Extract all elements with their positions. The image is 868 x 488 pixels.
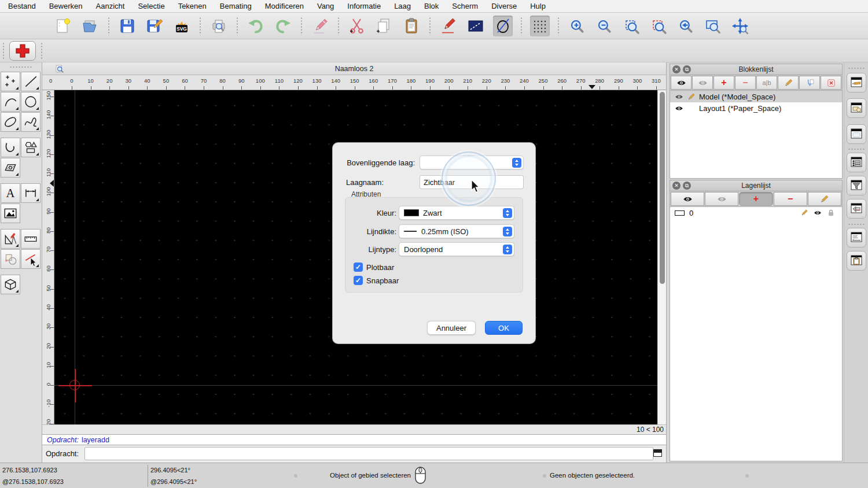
toggle-command-history-button[interactable] <box>653 449 662 457</box>
zoom-selection-button[interactable] <box>649 16 668 36</box>
close-panel-icon[interactable]: ✕ <box>672 182 681 190</box>
cancel-button[interactable]: Annuleer <box>427 321 476 335</box>
tool-polyline-button[interactable] <box>1 138 20 157</box>
menu-item-diverse[interactable]: Diverse <box>491 2 517 10</box>
tool-ellipse-button[interactable] <box>1 112 20 132</box>
plottable-checkbox[interactable]: ✓ <box>354 263 363 272</box>
block-list-item[interactable]: Model (*Model_Space) <box>670 91 842 102</box>
lock-icon[interactable] <box>827 209 835 217</box>
snappable-checkbox[interactable]: ✓ <box>354 276 363 285</box>
paste-button[interactable] <box>402 16 421 36</box>
palette-handle[interactable] <box>9 66 32 68</box>
list-view-panel-button[interactable] <box>847 153 866 172</box>
add-block-button[interactable]: + <box>713 76 734 90</box>
clipboard-panel-button[interactable] <box>847 251 866 271</box>
menu-item-bemating[interactable]: Bemating <box>220 2 252 10</box>
visibility-eye-icon[interactable] <box>675 104 683 113</box>
tool-text-button[interactable]: A <box>1 183 20 203</box>
visibility-eye-icon[interactable] <box>814 209 822 217</box>
command-input[interactable] <box>84 447 653 460</box>
menu-item-laag[interactable]: Laag <box>394 2 411 10</box>
new-file-button[interactable] <box>53 16 73 36</box>
zoom-in-button[interactable] <box>567 16 587 36</box>
menu-item-bestand[interactable]: Bestand <box>8 2 36 10</box>
edit-block-button[interactable] <box>778 76 799 90</box>
undo-button[interactable] <box>246 16 266 36</box>
zoom-out-button[interactable] <box>594 16 614 36</box>
show-layer-button[interactable] <box>671 192 704 206</box>
layer-list-item[interactable]: 0 <box>670 207 842 219</box>
save-button[interactable] <box>117 16 137 36</box>
block-list-item[interactable]: Layout1 (*Paper_Space) <box>670 102 842 114</box>
color-select[interactable]: Zwart <box>399 206 514 220</box>
lineweight-select[interactable]: 0.25mm (ISO) <box>399 224 514 238</box>
block-list-panel-button[interactable] <box>847 98 866 118</box>
show-block-button[interactable] <box>671 76 692 90</box>
copy-button[interactable] <box>374 16 394 36</box>
tool-line-button[interactable] <box>21 72 41 91</box>
tool-drafting-tools-button[interactable] <box>1 229 20 249</box>
undock-panel-icon[interactable]: ⧉ <box>683 182 691 190</box>
menu-item-vang[interactable]: Vang <box>317 2 334 10</box>
purge-block-button[interactable] <box>821 76 841 90</box>
zoom-window-button[interactable] <box>703 16 723 36</box>
remove-layer-button[interactable]: − <box>774 192 807 206</box>
command-history-panel-button[interactable]: c <box>847 228 866 247</box>
edit-pencil-icon[interactable] <box>800 209 808 217</box>
menu-item-hulp[interactable]: Hulp <box>530 2 546 10</box>
print-preview-button[interactable] <box>209 16 229 36</box>
edit-layer-button[interactable] <box>808 192 841 206</box>
property-editor-panel-button[interactable] <box>847 73 866 93</box>
menu-item-blok[interactable]: Blok <box>424 2 439 10</box>
menu-item-tekenen[interactable]: Tekenen <box>178 2 207 10</box>
toolbar-handle[interactable] <box>2 42 5 60</box>
layer-add-tool-button[interactable] <box>9 41 36 61</box>
tool-arc-button[interactable] <box>1 92 20 112</box>
erase-button[interactable] <box>310 16 330 36</box>
close-panel-icon[interactable]: ✕ <box>672 65 681 73</box>
tool-image-button[interactable] <box>1 204 20 223</box>
ok-button[interactable]: OK <box>485 321 523 335</box>
undock-panel-icon[interactable]: ⧉ <box>683 65 691 73</box>
tool-hatch-button[interactable] <box>1 158 20 178</box>
circle-line-tool-button[interactable] <box>493 16 513 36</box>
menu-item-informatie[interactable]: Informatie <box>347 2 381 10</box>
linetype-select[interactable]: Doorlopend <box>399 242 514 256</box>
tool-spline-button[interactable] <box>21 112 41 132</box>
zoom-auto-button[interactable] <box>621 16 641 36</box>
selection-filter-panel-button[interactable] <box>847 176 866 195</box>
rename-block-button[interactable]: a|b <box>756 76 777 90</box>
cut-button[interactable] <box>347 16 367 36</box>
menu-item-aanzicht[interactable]: Aanzicht <box>96 2 125 10</box>
insert-block-button[interactable] <box>799 76 820 90</box>
command-options-panel-button[interactable]: cmd <box>847 199 866 219</box>
layer-name-field[interactable]: Zichtbaar <box>420 175 524 189</box>
vertical-scrollbar[interactable] <box>657 90 666 424</box>
draw-pencil-button[interactable] <box>439 16 458 36</box>
menu-item-selectie[interactable]: Selectie <box>138 2 164 10</box>
save-as-button[interactable] <box>145 16 164 36</box>
zoom-previous-button[interactable] <box>676 16 696 36</box>
parent-layer-select[interactable] <box>420 156 524 169</box>
add-layer-button[interactable]: + <box>739 192 773 206</box>
scrollbar-thumb[interactable] <box>660 92 665 284</box>
redo-button[interactable] <box>273 16 293 36</box>
visibility-eye-icon[interactable] <box>675 93 683 101</box>
hide-block-button[interactable] <box>692 76 713 90</box>
tool-measure-button[interactable] <box>21 229 41 249</box>
dimension-rect-button[interactable] <box>466 16 486 36</box>
pan-button[interactable] <box>730 16 750 36</box>
edit-pencil-icon[interactable] <box>687 93 696 101</box>
library-browser-panel-button[interactable] <box>847 124 866 144</box>
tool-solid-button[interactable] <box>1 275 20 294</box>
tool-select-button[interactable] <box>21 249 41 269</box>
tool-point-button[interactable] <box>1 72 20 91</box>
hide-layer-button[interactable] <box>705 192 738 206</box>
remove-block-button[interactable]: − <box>735 76 756 90</box>
grid-toggle-button[interactable] <box>530 16 550 36</box>
tool-dimension-button[interactable] <box>21 183 41 203</box>
tool-modify-button[interactable] <box>1 249 20 269</box>
toolbar-handle[interactable] <box>41 42 43 60</box>
menu-item-scherm[interactable]: Scherm <box>452 2 478 10</box>
open-file-button[interactable] <box>80 16 100 36</box>
